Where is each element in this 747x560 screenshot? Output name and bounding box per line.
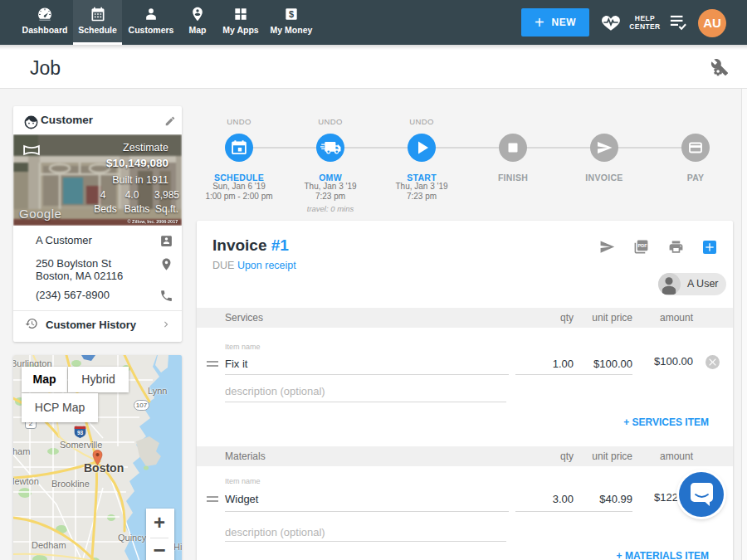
svg-text:$: $ [289, 9, 294, 19]
svg-text:93: 93 [77, 430, 84, 436]
svg-text:PDF: PDF [638, 243, 648, 248]
